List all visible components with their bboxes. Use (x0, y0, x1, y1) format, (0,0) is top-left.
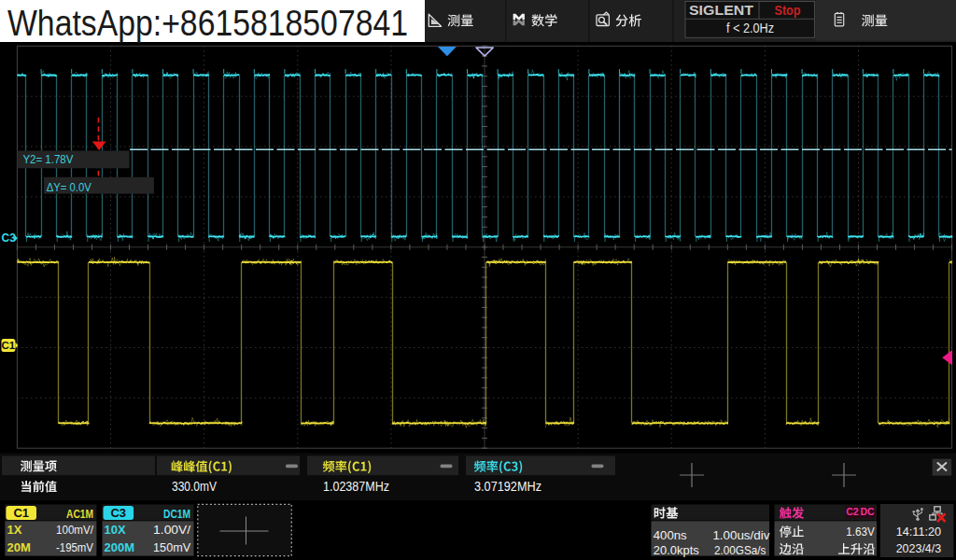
svg-text:20M: 20M (7, 540, 31, 554)
svg-text:Y2= 1.78V: Y2= 1.78V (22, 152, 73, 166)
svg-text:1.00V/: 1.00V/ (153, 523, 190, 537)
svg-text:330.0mV: 330.0mV (172, 479, 218, 494)
svg-text:C2: C2 (846, 506, 859, 517)
svg-text:ΔY= 0.0V: ΔY= 0.0V (47, 180, 91, 194)
svg-text:2.00GSa/s: 2.00GSa/s (714, 543, 766, 557)
svg-text:C3: C3 (110, 506, 126, 520)
svg-text:400ns: 400ns (654, 528, 687, 542)
svg-text:1.02387MHz: 1.02387MHz (323, 479, 389, 494)
svg-text:150mV: 150mV (153, 540, 190, 554)
svg-text:200M: 200M (105, 540, 135, 554)
svg-text:-195mV: -195mV (56, 540, 93, 554)
svg-text:100mV/: 100mV/ (56, 523, 93, 537)
svg-text:C3: C3 (2, 231, 17, 245)
svg-text:10X: 10X (105, 523, 126, 537)
svg-text:f < 2.0Hz: f < 2.0Hz (726, 20, 774, 35)
svg-text:20.0kpts: 20.0kpts (654, 543, 699, 557)
svg-text:1.00us/div: 1.00us/div (712, 528, 769, 542)
svg-text:DC: DC (860, 506, 875, 517)
svg-text:AC1M: AC1M (66, 507, 93, 521)
svg-text:DC1M: DC1M (163, 507, 190, 521)
svg-text:SIGLENT: SIGLENT (689, 2, 754, 18)
svg-text:3.07192MHz: 3.07192MHz (474, 479, 541, 494)
svg-text:1.63V: 1.63V (846, 525, 875, 539)
svg-text:WhatsApp:+8615818507841: WhatsApp:+8615818507841 (7, 4, 408, 43)
svg-text:C1: C1 (2, 340, 16, 351)
svg-text:14:11:20: 14:11:20 (896, 525, 942, 539)
svg-text:2023/4/3: 2023/4/3 (896, 542, 942, 555)
svg-text:1X: 1X (7, 523, 22, 537)
svg-text:C1: C1 (13, 506, 29, 520)
svg-text:Stop: Stop (775, 2, 801, 18)
